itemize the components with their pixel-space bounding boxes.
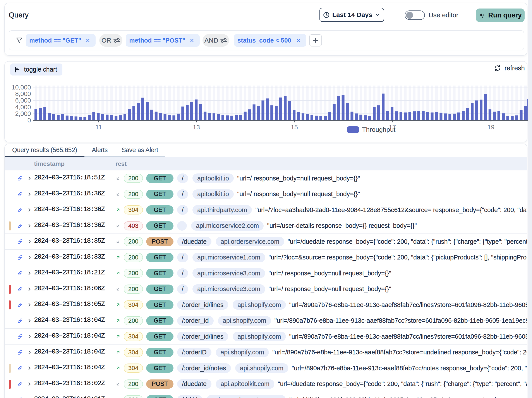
svg-text:6,000: 6,000 [15, 97, 31, 104]
svg-text:19: 19 [488, 124, 494, 131]
svg-text:8,000: 8,000 [15, 90, 31, 97]
svg-text:13: 13 [193, 124, 200, 131]
svg-text:2,000: 2,000 [15, 110, 31, 117]
svg-text:4,000: 4,000 [15, 104, 31, 111]
svg-text:Throughput: Throughput [362, 126, 396, 133]
svg-text:10,000: 10,000 [12, 84, 31, 91]
svg-text:11: 11 [95, 124, 102, 131]
svg-text:0: 0 [27, 117, 31, 124]
svg-text:15: 15 [291, 124, 298, 131]
